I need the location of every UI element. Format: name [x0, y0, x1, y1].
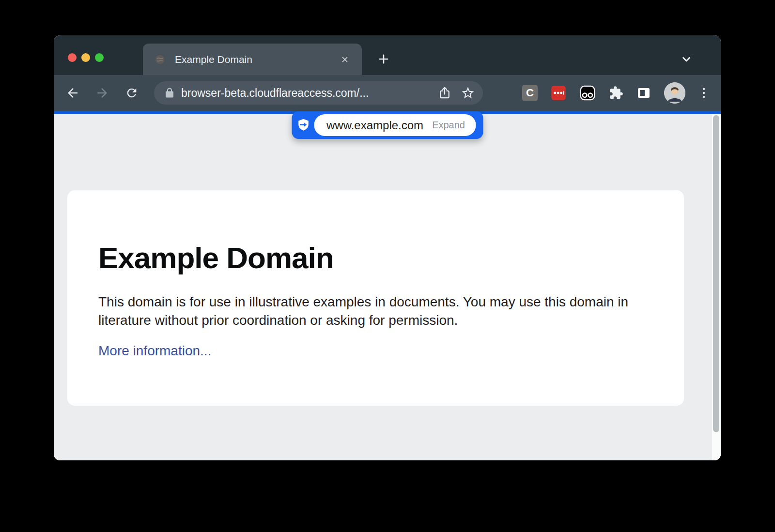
c-extension-icon[interactable]: C	[522, 85, 538, 101]
extensions-puzzle-icon[interactable]	[609, 86, 623, 100]
content-card: Example Domain This domain is for use in…	[67, 190, 684, 406]
page-viewport: Example Domain This domain is for use in…	[54, 114, 721, 460]
new-tab-button[interactable]	[375, 51, 392, 67]
zoom-window-button[interactable]	[95, 53, 104, 62]
url-text[interactable]: browser-beta.cloudflareaccess.com/...	[181, 87, 430, 100]
more-information-link[interactable]: More information...	[98, 343, 211, 359]
navigation-buttons	[62, 75, 143, 111]
scrollbar-thumb[interactable]	[713, 115, 719, 432]
side-panel-icon[interactable]	[636, 86, 651, 100]
profile-avatar[interactable]	[664, 82, 685, 104]
page-heading: Example Domain	[98, 242, 653, 274]
lastpass-extension-icon[interactable]	[551, 85, 566, 101]
expand-button[interactable]: Expand	[432, 120, 465, 131]
goggles-extension-icon[interactable]	[579, 85, 596, 101]
reload-icon[interactable]	[121, 82, 143, 104]
browser-window: Example Domain	[54, 35, 721, 460]
forward-icon[interactable]	[91, 82, 113, 104]
share-icon[interactable]	[436, 85, 453, 101]
tab-strip: Example Domain	[54, 35, 721, 75]
minimize-window-button[interactable]	[81, 53, 90, 62]
browser-tab[interactable]: Example Domain	[143, 44, 362, 76]
back-icon[interactable]	[62, 82, 84, 104]
page-paragraph: This domain is for use in illustrative e…	[98, 293, 653, 330]
tab-title: Example Domain	[175, 54, 339, 65]
tab-search-chevron-down-icon[interactable]	[678, 51, 695, 67]
address-bar[interactable]: browser-beta.cloudflareaccess.com/...	[154, 81, 483, 105]
globe-favicon-icon	[155, 54, 165, 65]
browser-toolbar: browser-beta.cloudflareaccess.com/... C	[54, 75, 721, 111]
scrollbar-track[interactable]	[712, 114, 721, 460]
kebab-menu-icon[interactable]	[698, 86, 709, 100]
isolation-pill-inner: www.example.com Expand	[314, 114, 476, 136]
bookmark-star-icon[interactable]	[460, 85, 476, 101]
extensions-row: C	[522, 75, 709, 111]
traffic-lights	[68, 53, 104, 62]
isolated-domain-text: www.example.com	[326, 119, 423, 132]
isolation-domain-pill[interactable]: www.example.com Expand	[292, 111, 483, 139]
tab-close-icon[interactable]	[339, 53, 351, 66]
close-window-button[interactable]	[68, 53, 77, 62]
lock-icon	[164, 87, 175, 99]
shield-arrow-icon	[296, 118, 310, 132]
